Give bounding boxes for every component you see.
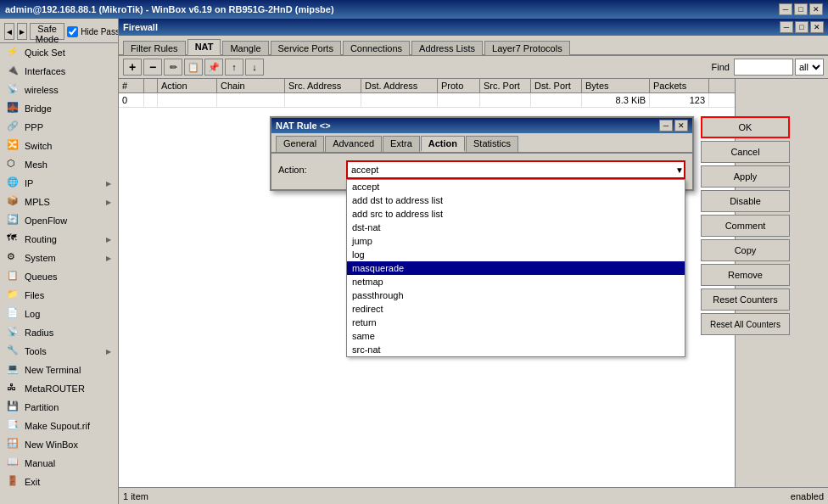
apply-button[interactable]: Apply: [701, 165, 790, 188]
add-rule-button[interactable]: +: [123, 59, 142, 76]
copy-rule-button[interactable]: 📋: [184, 59, 203, 76]
dropdown-item-netmap[interactable]: netmap: [347, 275, 685, 288]
dropdown-item-log[interactable]: log: [347, 248, 685, 261]
firewall-maximize-button[interactable]: □: [795, 21, 808, 33]
dropdown-item-accept[interactable]: accept: [347, 180, 685, 193]
maximize-button[interactable]: □: [794, 3, 808, 15]
move-up-button[interactable]: ↑: [225, 59, 243, 76]
cancel-button[interactable]: Cancel: [701, 141, 790, 163]
action-input[interactable]: accept: [346, 160, 685, 179]
reset-all-counters-button[interactable]: Reset All Counters: [701, 313, 790, 335]
dropdown-item-same[interactable]: same: [347, 329, 685, 343]
back-button[interactable]: ◄: [4, 23, 14, 40]
title-bar: admin@192.168.88.1 (MikroTik) - WinBox v…: [0, 0, 828, 19]
remove-rule-button[interactable]: −: [143, 59, 162, 76]
col-flag: [144, 79, 158, 92]
dialog-close-button[interactable]: ✕: [674, 120, 688, 132]
copy-button[interactable]: Copy: [701, 239, 790, 261]
sidebar-item-openflow[interactable]: 🔄 OpenFlow: [0, 211, 118, 230]
sidebar-item-make-supout[interactable]: 📑 Make Supout.rif: [0, 417, 118, 435]
safe-mode-button[interactable]: Safe Mode: [30, 23, 65, 40]
sidebar-item-switch[interactable]: 🔀 Switch: [0, 137, 118, 155]
row-src: [285, 93, 361, 107]
tab-connections[interactable]: Connections: [343, 41, 410, 55]
firewall-close-button[interactable]: ✕: [810, 21, 824, 33]
dropdown-item-src-nat[interactable]: src-nat: [347, 343, 685, 356]
dialog-tab-extra[interactable]: Extra: [383, 136, 420, 152]
sidebar-item-tools[interactable]: 🔧 Tools ▶: [0, 342, 118, 361]
sidebar-item-routing[interactable]: 🗺 Routing ▶: [0, 230, 118, 249]
minimize-button[interactable]: ─: [779, 3, 792, 15]
sidebar-item-new-winbox[interactable]: 🪟 New WinBox: [0, 435, 118, 454]
firewall-titlebar: Firewall ─ □ ✕: [119, 19, 828, 36]
firewall-minimize-button[interactable]: ─: [780, 21, 793, 33]
tab-service-ports[interactable]: Service Ports: [271, 41, 341, 55]
sidebar-item-mpls[interactable]: 📦 MPLS ▶: [0, 193, 118, 211]
interfaces-icon: 🔌: [7, 64, 20, 78]
sidebar-item-radius[interactable]: 📡 Radius: [0, 323, 118, 342]
move-down-button[interactable]: ↓: [245, 59, 264, 76]
content-area: Firewall ─ □ ✕ Filter Rules NAT Mangle: [119, 19, 828, 504]
sidebar-label-manual: Manual: [25, 458, 111, 468]
dialog-tab-action[interactable]: Action: [421, 136, 465, 152]
sidebar-item-system[interactable]: ⚙ System ▶: [0, 249, 118, 267]
dialog-tab-advanced[interactable]: Advanced: [325, 136, 382, 152]
dialog-minimize-button[interactable]: ─: [659, 120, 673, 132]
dialog-tab-statistics[interactable]: Statistics: [466, 136, 518, 152]
dialog-titlebar-controls: ─ ✕: [659, 120, 688, 132]
remove-button[interactable]: Remove: [701, 264, 790, 286]
sidebar-item-log[interactable]: 📄 Log: [0, 305, 118, 323]
queues-icon: 📋: [7, 270, 20, 283]
sidebar-item-wireless[interactable]: 📡 wireless: [0, 81, 118, 99]
sidebar-item-quick-set[interactable]: ⚡ Quick Set: [0, 43, 118, 62]
dropdown-item-redirect[interactable]: redirect: [347, 302, 685, 316]
tab-address-lists[interactable]: Address Lists: [411, 41, 483, 55]
tab-mangle[interactable]: Mangle: [222, 41, 268, 55]
sidebar-item-partition[interactable]: 💾 Partition: [0, 398, 118, 417]
dropdown-item-passthrough[interactable]: passthrough: [347, 288, 685, 302]
sidebar-item-ip[interactable]: 🌐 IP ▶: [0, 174, 118, 193]
dropdown-item-jump[interactable]: jump: [347, 234, 685, 248]
sidebar-item-files[interactable]: 📁 Files: [0, 286, 118, 305]
col-src-port: Src. Port: [480, 79, 531, 92]
sidebar-item-metarouter[interactable]: 🖧 MetaROUTER: [0, 379, 118, 398]
dropdown-item-return[interactable]: return: [347, 316, 685, 329]
forward-button[interactable]: ►: [17, 23, 27, 40]
firewall-toolbar: + − ✏ 📋 📌 ↑ ↓ Find all: [119, 56, 828, 79]
item-count: 1 item: [123, 491, 148, 501]
find-select[interactable]: all: [795, 59, 824, 76]
tab-nat[interactable]: NAT: [187, 39, 221, 55]
mpls-icon: 📦: [7, 195, 20, 209]
dropdown-item-add-src[interactable]: add src to address list: [347, 207, 685, 221]
table-row[interactable]: 0 8.3 KiB 123: [119, 93, 735, 108]
sidebar-item-new-terminal[interactable]: 💻 New Terminal: [0, 361, 118, 379]
paste-rule-button[interactable]: 📌: [204, 59, 223, 76]
ok-button[interactable]: OK: [701, 116, 790, 138]
tab-layer7-protocols[interactable]: Layer7 Protocols: [484, 41, 570, 55]
main-window: ◄ ► Safe Mode Hide Passwords ⚡ Quick Set…: [0, 19, 828, 504]
comment-button[interactable]: Comment: [701, 215, 790, 237]
sidebar-item-bridge[interactable]: 🌉 Bridge: [0, 99, 118, 118]
sidebar-item-queues[interactable]: 📋 Queues: [0, 267, 118, 286]
sidebar-label-switch: Switch: [25, 141, 111, 151]
sidebar-item-manual[interactable]: 📖 Manual: [0, 454, 118, 473]
sidebar-item-exit[interactable]: 🚪 Exit: [0, 473, 118, 491]
ppp-icon: 🔗: [7, 120, 20, 134]
tab-filter-rules[interactable]: Filter Rules: [123, 41, 186, 55]
close-button[interactable]: ✕: [809, 3, 823, 15]
dropdown-item-dst-nat[interactable]: dst-nat: [347, 221, 685, 234]
hide-passwords-checkbox[interactable]: [67, 26, 78, 37]
edit-rule-button[interactable]: ✏: [164, 59, 182, 76]
reset-counters-button[interactable]: Reset Counters: [701, 288, 790, 311]
system-arrow-icon: ▶: [106, 255, 111, 262]
make-supout-icon: 📑: [7, 419, 20, 433]
find-input[interactable]: [734, 59, 793, 76]
dropdown-item-add-dst[interactable]: add dst to address list: [347, 193, 685, 207]
sidebar-item-interfaces[interactable]: 🔌 Interfaces: [0, 62, 118, 81]
dropdown-item-masquerade[interactable]: masquerade: [347, 261, 685, 275]
sidebar-label-routing: Routing: [25, 234, 102, 244]
dialog-tab-general[interactable]: General: [276, 136, 324, 152]
sidebar-item-mesh[interactable]: ⬡ Mesh: [0, 155, 118, 174]
sidebar-item-ppp[interactable]: 🔗 PPP: [0, 118, 118, 137]
disable-button[interactable]: Disable: [701, 190, 790, 212]
